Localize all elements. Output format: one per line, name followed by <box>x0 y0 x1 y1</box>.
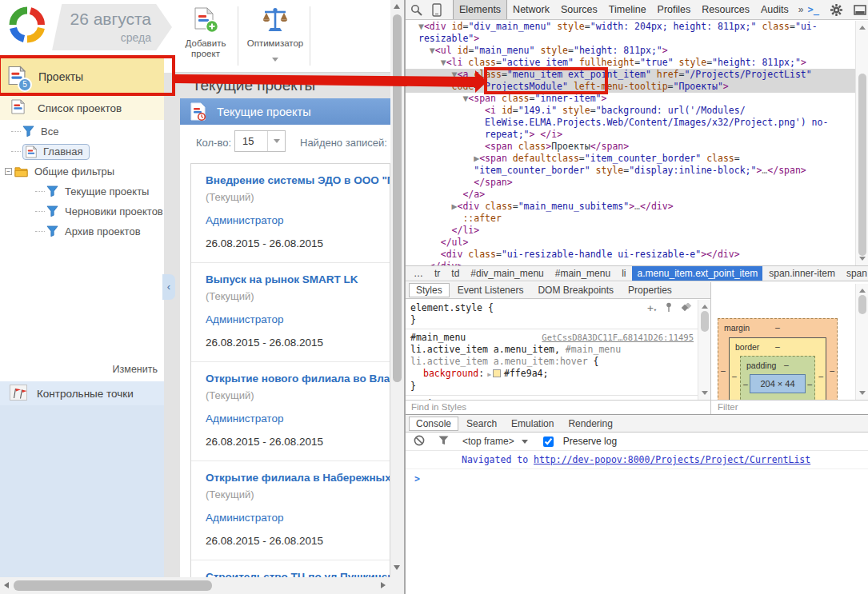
code-line[interactable]: resizable"> <box>406 33 855 45</box>
code-line[interactable]: ▼<a class="menu_item ext_point_item" hre… <box>406 69 855 81</box>
console-toggle-icon[interactable]: >_ <box>807 4 818 15</box>
code-line[interactable]: ▼<ul id="main_menu" style="height: 811px… <box>406 45 855 57</box>
sidebar-collapse-handle[interactable]: ‹ <box>162 274 175 300</box>
sidebar-item-черновики-проектов[interactable]: Черновики проектов <box>0 201 164 221</box>
code-line[interactable]: code="ProjectsModule" left-menu-tooltip=… <box>406 81 855 93</box>
code-line[interactable]: ▶<span defaultclass="item_counter_border… <box>406 153 855 165</box>
breadcrumb-item[interactable]: … <box>414 268 423 279</box>
sidebar-item-все[interactable]: Все <box>0 122 164 142</box>
new-style-rule-icon[interactable]: +▾ <box>647 304 657 315</box>
scroll-up-icon[interactable] <box>702 305 708 309</box>
tab-properties[interactable]: Properties <box>622 284 678 297</box>
add-project-button[interactable]: Добавить проект <box>175 5 236 69</box>
count-select[interactable]: 15 <box>234 130 286 152</box>
code-line[interactable]: <span class>Проекты</span> <box>406 141 855 153</box>
tab-event-listeners[interactable]: Event Listeners <box>451 284 530 297</box>
filter-input[interactable]: Filter <box>710 400 868 414</box>
tab-console[interactable]: Console <box>409 417 458 431</box>
scroll-up-icon[interactable] <box>394 4 400 9</box>
code-line[interactable]: </span> <box>406 177 855 189</box>
breadcrumb-item[interactable]: tr <box>434 268 440 279</box>
console-log-link[interactable]: http://dev-popov:8000/Projects/Project/C… <box>534 454 810 465</box>
code-line[interactable]: EleWise.ELMA.Projects.Web/Content/Images… <box>406 117 855 129</box>
tree-expander-icon[interactable]: − <box>5 168 12 175</box>
scroll-down-icon[interactable] <box>702 391 708 395</box>
edit-link[interactable]: Изменить <box>113 364 158 375</box>
code-line[interactable]: ::after <box>406 213 855 225</box>
chevron-down-icon[interactable] <box>267 131 285 151</box>
elements-scrollbar[interactable] <box>855 21 868 265</box>
scrollbar-thumb[interactable] <box>858 74 866 256</box>
breadcrumb-item[interactable]: span <box>846 268 867 279</box>
tab-rendering[interactable]: Rendering <box>562 417 618 430</box>
color-swatch[interactable] <box>493 369 501 377</box>
breadcrumb-item[interactable]: #main_menu <box>555 268 610 279</box>
dock-side-icon[interactable] <box>854 5 866 15</box>
tabs-overflow-icon[interactable]: » <box>794 4 808 15</box>
code-line[interactable]: ▶<div class="main_menu_subitems">…</div> <box>406 201 855 213</box>
box-model-content[interactable]: 204 × 44 <box>750 374 806 393</box>
sidebar-item-project-list[interactable]: Список проектов <box>0 96 164 120</box>
code-line[interactable]: </ul> <box>406 237 855 249</box>
tab-elements[interactable]: Elements <box>453 0 507 19</box>
scrollbar-thumb[interactable] <box>14 580 212 591</box>
project-owner-link[interactable]: Администратор <box>206 313 386 325</box>
browser-vertical-scrollbar[interactable] <box>390 0 404 577</box>
project-title-link[interactable]: Внедрение системы ЭДО в ООО "Горячи <box>206 174 386 186</box>
code-line[interactable]: ▼<span class="inner-item"> <box>406 93 855 105</box>
tab-search[interactable]: Search <box>460 417 503 430</box>
code-line[interactable]: ▼<div id="div_main_menu" style="width: 2… <box>406 21 855 33</box>
tab-resources[interactable]: Resources <box>696 0 755 19</box>
project-owner-link[interactable]: Администратор <box>206 413 386 425</box>
scrollbar-thumb[interactable] <box>393 14 402 382</box>
project-owner-link[interactable]: Администратор <box>206 512 386 524</box>
sidebar-item-общие-фильтры[interactable]: −Общие фильтры <box>0 161 164 181</box>
toggle-element-state-icon[interactable] <box>681 303 693 315</box>
code-line[interactable]: </li> <box>406 225 855 237</box>
css-property[interactable]: background:▶#ffe9a4; <box>410 368 693 381</box>
tab-profiles[interactable]: Profiles <box>652 0 697 19</box>
scroll-down-icon[interactable] <box>394 565 400 570</box>
scroll-down-icon[interactable] <box>859 257 866 261</box>
selected-tree-item[interactable]: Главная <box>22 144 90 160</box>
project-title-link[interactable]: Строительство ТЦ по ул.Пушкинская <box>206 571 386 577</box>
filter-funnel-icon[interactable] <box>438 436 449 448</box>
code-line[interactable]: <i id="149.i" style="background: url('/M… <box>406 105 855 117</box>
box-model-margin[interactable]: margin – – – border – – – padding – – – … <box>718 318 838 400</box>
tab-styles[interactable]: Styles <box>409 283 450 297</box>
project-title-link[interactable]: Выпуск на рынок SMART LK <box>206 273 386 285</box>
pin-icon[interactable] <box>665 302 673 316</box>
browser-horizontal-scrollbar[interactable] <box>0 577 404 594</box>
breadcrumb-item[interactable]: #div_main_menu <box>470 268 543 279</box>
tab-emulation[interactable]: Emulation <box>505 417 560 430</box>
project-owner-link[interactable]: Администратор <box>206 214 386 226</box>
find-in-styles-input[interactable]: Find in Styles <box>406 400 710 414</box>
breadcrumb-item[interactable]: a.menu_item.ext_point_item <box>632 266 762 281</box>
project-title-link[interactable]: Открытие филиала в Набережных Челна <box>206 472 386 484</box>
scroll-left-icon[interactable] <box>4 582 9 588</box>
scrollbar-thumb[interactable] <box>701 311 709 332</box>
preserve-log-checkbox[interactable] <box>543 437 554 447</box>
sidebar-item-текущие-проекты[interactable]: Текущие проекты <box>0 181 164 201</box>
sidebar-item-главная[interactable]: Главная <box>0 142 164 161</box>
code-line[interactable]: <div class="ui-resizable-handle ui-resiz… <box>406 249 855 261</box>
tab-sources[interactable]: Sources <box>555 0 603 19</box>
box-model-padding[interactable]: padding – – – – 204 × 44 <box>740 356 815 400</box>
elements-dom-tree[interactable]: ▼<div id="div_main_menu" style="width: 2… <box>406 21 855 265</box>
scroll-down-icon[interactable] <box>859 391 866 395</box>
scrollbar-thumb[interactable] <box>858 295 866 314</box>
breadcrumb-item[interactable]: td <box>451 268 459 279</box>
tab-timeline[interactable]: Timeline <box>603 0 652 19</box>
scroll-up-icon[interactable] <box>859 26 866 30</box>
code-line[interactable]: </a> <box>406 189 855 201</box>
device-mode-icon[interactable] <box>432 3 442 17</box>
breadcrumb-item[interactable]: span.inner-item <box>769 268 835 279</box>
breadcrumb-item[interactable]: li <box>622 268 626 279</box>
sidebar-item-control-points[interactable]: Контрольные точки <box>0 381 164 405</box>
tab-network[interactable]: Network <box>507 0 555 19</box>
scroll-right-icon[interactable] <box>381 582 386 588</box>
tab-dom-breakpoints[interactable]: DOM Breakpoints <box>531 284 620 297</box>
styles-scrollbar[interactable] <box>698 300 710 400</box>
chevron-down-icon[interactable] <box>272 58 278 62</box>
box-model-border[interactable]: border – – – padding – – – – 204 × 44 <box>729 337 826 400</box>
